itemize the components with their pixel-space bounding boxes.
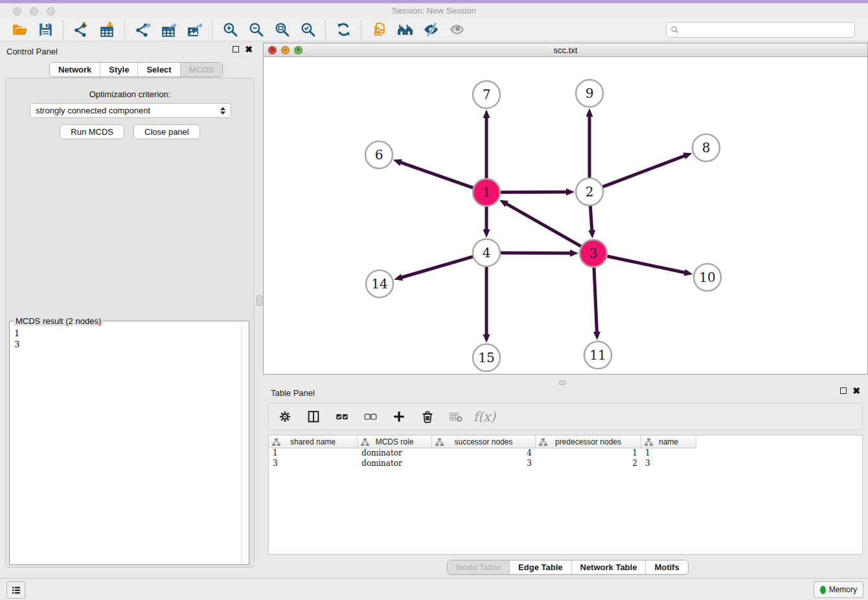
table-row[interactable]: 1dominator411 bbox=[269, 448, 862, 459]
application-window: Session: New Session Control Panel ✖ Net… bbox=[0, 0, 868, 600]
houses-icon[interactable] bbox=[392, 20, 418, 40]
float-table-panel-icon[interactable] bbox=[840, 387, 847, 394]
graph-edge-1-4[interactable] bbox=[483, 206, 490, 238]
graph-node-14[interactable]: 14 bbox=[366, 270, 393, 297]
criterion-select[interactable]: strongly connected component bbox=[30, 103, 231, 118]
column-header-MCDS-role[interactable]: MCDS role bbox=[358, 435, 432, 448]
graph-node-1[interactable]: 1 bbox=[473, 179, 500, 206]
graph-edge-2-3[interactable] bbox=[588, 205, 595, 238]
tab-select[interactable]: Select bbox=[138, 63, 180, 76]
horizontal-splitter-grip[interactable] bbox=[559, 380, 565, 385]
select-all-checkboxes-icon[interactable] bbox=[332, 407, 352, 426]
close-panel-button[interactable]: Close panel bbox=[133, 124, 200, 139]
result-scrollbar[interactable] bbox=[241, 325, 249, 564]
cell[interactable]: 1 bbox=[269, 448, 358, 459]
task-history-button[interactable] bbox=[6, 581, 25, 599]
result-line[interactable]: 3 bbox=[14, 339, 241, 350]
table-header-row: shared nameMCDS rolesuccessor nodesprede… bbox=[269, 435, 862, 448]
clone-network-icon[interactable] bbox=[366, 20, 392, 40]
deselect-all-checkboxes-icon[interactable] bbox=[361, 407, 380, 426]
table-panel-title: Table Panel bbox=[271, 388, 315, 398]
column-label: name bbox=[659, 437, 678, 446]
graph-node-2[interactable]: 2 bbox=[576, 178, 603, 205]
save-session-icon[interactable] bbox=[32, 20, 58, 40]
table-tab-motifs[interactable]: Motifs bbox=[646, 560, 687, 574]
graph-node-9[interactable]: 9 bbox=[576, 80, 603, 107]
open-session-icon[interactable] bbox=[6, 20, 32, 40]
toolbar-separator bbox=[124, 21, 125, 39]
search-box[interactable] bbox=[666, 22, 855, 38]
cell[interactable]: dominator bbox=[358, 459, 432, 469]
column-header-predecessor-nodes[interactable]: predecessor nodes bbox=[536, 435, 641, 448]
export-image-icon[interactable] bbox=[181, 20, 207, 40]
tab-network[interactable]: Network bbox=[50, 63, 100, 76]
graph-edge-3-10[interactable] bbox=[607, 256, 693, 276]
table-tabs: Node TableEdge TableNetwork TableMotifs bbox=[447, 560, 689, 575]
mcds-result-list[interactable]: 13 bbox=[10, 325, 241, 564]
vertical-splitter-grip[interactable] bbox=[257, 295, 262, 306]
graph-edge-4-14[interactable] bbox=[394, 257, 474, 281]
gear-icon[interactable] bbox=[275, 407, 295, 426]
result-line[interactable]: 1 bbox=[14, 328, 241, 339]
graph-node-6[interactable]: 6 bbox=[365, 141, 393, 168]
graph-edge-2-9[interactable] bbox=[586, 108, 593, 178]
cell[interactable]: 3 bbox=[269, 459, 358, 469]
import-network-icon[interactable] bbox=[68, 20, 94, 40]
graph-node-11[interactable]: 11 bbox=[584, 341, 611, 369]
zoom-out-icon[interactable] bbox=[243, 20, 269, 40]
network-titlebar[interactable]: ✕ − + scc.txt bbox=[264, 43, 867, 57]
graph-node-15[interactable]: 15 bbox=[473, 344, 500, 371]
graph-node-3[interactable]: 3 bbox=[580, 240, 607, 267]
network-canvas[interactable]: 7968124314101511 bbox=[264, 57, 867, 374]
graph-node-4[interactable]: 4 bbox=[473, 239, 500, 266]
memory-button[interactable]: Memory bbox=[814, 581, 863, 598]
add-column-icon[interactable] bbox=[389, 407, 409, 426]
tab-style[interactable]: Style bbox=[100, 63, 138, 76]
graph-edge-1-2[interactable] bbox=[500, 189, 575, 196]
close-table-panel-icon[interactable]: ✖ bbox=[852, 387, 860, 394]
criterion-value: strongly connected component bbox=[36, 106, 150, 115]
cell[interactable]: 1 bbox=[536, 448, 641, 459]
zoom-selected-icon[interactable] bbox=[295, 20, 321, 40]
float-panel-icon[interactable] bbox=[233, 46, 239, 52]
export-table-icon[interactable] bbox=[155, 20, 181, 40]
run-mcds-button[interactable]: Run MCDS bbox=[60, 124, 124, 139]
graph-edge-1-6[interactable] bbox=[393, 159, 474, 188]
column-header-successor-nodes[interactable]: successor nodes bbox=[432, 435, 536, 448]
table-tab-network-table[interactable]: Network Table bbox=[572, 560, 646, 574]
export-network-icon[interactable] bbox=[130, 20, 155, 40]
cell[interactable]: 3 bbox=[641, 459, 696, 469]
graph-edge-2-8[interactable] bbox=[602, 153, 692, 187]
columns-icon[interactable] bbox=[304, 407, 323, 426]
column-header-name[interactable]: name bbox=[641, 435, 696, 448]
search-input[interactable] bbox=[683, 25, 851, 34]
graph-node-7[interactable]: 7 bbox=[473, 81, 500, 108]
table-row[interactable]: 3dominator323 bbox=[269, 459, 862, 469]
graph-node-8[interactable]: 8 bbox=[692, 134, 720, 161]
cell[interactable]: 1 bbox=[641, 448, 696, 459]
table-tab-node-table[interactable]: Node Table bbox=[448, 560, 510, 574]
cell[interactable]: dominator bbox=[358, 448, 432, 459]
graphics-details-icon[interactable] bbox=[418, 20, 444, 40]
tab-mcds[interactable]: MCDS bbox=[181, 63, 222, 76]
graph-edge-4-3[interactable] bbox=[500, 249, 578, 257]
column-header-shared-name[interactable]: shared name bbox=[269, 435, 358, 448]
graph-edge-3-11[interactable] bbox=[593, 267, 600, 340]
zoom-in-icon[interactable] bbox=[217, 20, 243, 40]
main-toolbar bbox=[0, 18, 868, 41]
close-panel-icon[interactable]: ✖ bbox=[245, 46, 253, 52]
delete-column-icon[interactable] bbox=[418, 407, 437, 426]
table-tab-edge-table[interactable]: Edge Table bbox=[510, 560, 571, 574]
cell[interactable]: 2 bbox=[536, 459, 641, 469]
graph-edge-4-15[interactable] bbox=[483, 266, 490, 343]
graph-edge-1-7[interactable] bbox=[483, 110, 490, 179]
graph-node-10[interactable]: 10 bbox=[694, 264, 721, 291]
cell[interactable]: 3 bbox=[432, 459, 536, 469]
zoom-fit-icon[interactable] bbox=[269, 20, 295, 40]
control-panel: Control Panel ✖ NetworkStyleSelectMCDS O… bbox=[0, 41, 259, 570]
import-table-icon[interactable] bbox=[94, 20, 120, 40]
graph-edge-3-1[interactable] bbox=[499, 200, 582, 246]
main-titlebar: Session: New Session bbox=[0, 3, 868, 18]
cell[interactable]: 4 bbox=[432, 448, 536, 459]
refresh-icon[interactable] bbox=[330, 20, 356, 40]
